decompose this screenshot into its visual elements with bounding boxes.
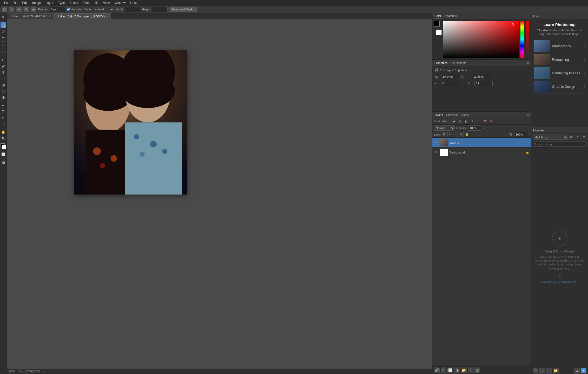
- background-swatch[interactable]: [436, 30, 442, 35]
- menu-window[interactable]: Window: [113, 1, 128, 5]
- lasso-tool[interactable]: ◌: [1, 28, 6, 34]
- move-tool[interactable]: ✥: [1, 14, 6, 20]
- menu-help[interactable]: Help: [128, 1, 139, 5]
- height-property-input[interactable]: [472, 74, 490, 79]
- menu-filter[interactable]: Filter: [81, 1, 92, 5]
- background-visibility[interactable]: 👁: [434, 150, 438, 155]
- library-select[interactable]: My Library: [533, 135, 568, 140]
- library-import-btn[interactable]: ↓: [539, 368, 545, 373]
- color-swatch[interactable]: [1, 143, 6, 149]
- tab-swatches[interactable]: Swatches: [444, 14, 457, 18]
- status-arrow[interactable]: ›: [43, 370, 44, 373]
- eyedropper-tool[interactable]: 🖋: [1, 49, 6, 55]
- filter-clear-btn[interactable]: ✕: [488, 119, 494, 124]
- dodge-tool[interactable]: ◑: [1, 94, 6, 100]
- layer-mask-btn[interactable]: ⬜: [447, 368, 453, 373]
- lock-artboard-btn[interactable]: ⊞: [459, 132, 464, 137]
- eraser-tool[interactable]: ◻: [1, 76, 6, 81]
- menu-3d[interactable]: 3D: [92, 1, 100, 5]
- library-menu-btn[interactable]: ≡: [581, 135, 586, 140]
- menu-ps[interactable]: Ps: [2, 1, 10, 5]
- blend-mode-select[interactable]: Normal: [434, 125, 455, 131]
- hue-strip[interactable]: [520, 21, 524, 58]
- layers-panel-menu-icon[interactable]: ≡: [527, 113, 529, 116]
- library-sync-btn[interactable]: ↻: [533, 368, 538, 373]
- menu-edit[interactable]: Edit: [20, 1, 30, 5]
- lock-all-btn[interactable]: 🔒: [465, 132, 469, 137]
- path-select-tool[interactable]: ↖: [1, 115, 6, 121]
- toolbar-tool-icon[interactable]: ⬚: [2, 6, 7, 12]
- background-color[interactable]: [2, 145, 6, 149]
- tab-2-close[interactable]: ✕: [106, 15, 108, 18]
- filter-adjust-btn[interactable]: ◐: [464, 119, 469, 124]
- toolbar-options-icon[interactable]: ⋯: [31, 6, 36, 12]
- tab-channels[interactable]: Channels: [446, 113, 458, 116]
- text-tool[interactable]: T: [1, 109, 6, 114]
- quick-select-tool[interactable]: ✦: [1, 35, 6, 40]
- properties-panel-menu-icon[interactable]: ≡: [527, 61, 529, 64]
- menu-layer[interactable]: Layer: [43, 1, 55, 5]
- tab-paths[interactable]: Paths: [461, 113, 469, 116]
- library-add-btn[interactable]: +: [581, 368, 586, 373]
- clone-tool[interactable]: ⊗: [1, 69, 6, 75]
- lock-pixel-btn[interactable]: 🖼: [442, 132, 446, 137]
- color-panel-menu-icon[interactable]: ≡: [527, 15, 529, 18]
- learn-item-retouching[interactable]: Retouching ›: [534, 53, 585, 66]
- lock-gradient-btn[interactable]: +: [447, 132, 452, 137]
- blur-tool[interactable]: ◌: [1, 88, 6, 94]
- filter-shape-btn[interactable]: ▭: [476, 119, 481, 124]
- y-property-input[interactable]: [474, 81, 493, 86]
- screen-mode-tool[interactable]: ▦: [1, 159, 6, 165]
- height-input[interactable]: [152, 7, 168, 12]
- layer-new-btn[interactable]: +: [468, 368, 473, 373]
- width-property-input[interactable]: [441, 74, 459, 79]
- link-icon[interactable]: ⛓: [461, 75, 464, 78]
- library-cloud-btn[interactable]: ☁: [574, 368, 580, 373]
- selection-tool[interactable]: ⬚: [1, 22, 6, 28]
- filter-smart-btn[interactable]: ⚙: [482, 119, 487, 124]
- x-property-input[interactable]: [441, 81, 459, 86]
- tab-color[interactable]: Color: [434, 14, 441, 18]
- library-search-input[interactable]: [533, 142, 586, 147]
- layer-fx-btn[interactable]: fx: [441, 368, 446, 373]
- foreground-swatch[interactable]: [434, 21, 440, 26]
- toolbar-subtract-icon[interactable]: −: [16, 6, 22, 12]
- library-grid-view-btn[interactable]: ⊞: [569, 135, 574, 140]
- layer-1-visibility[interactable]: 👁: [434, 141, 438, 145]
- shape-tool[interactable]: ▭: [1, 121, 6, 127]
- library-export-btn[interactable]: ↑: [546, 368, 552, 373]
- menu-image[interactable]: Image: [30, 1, 43, 5]
- color-spectrum[interactable]: [443, 21, 519, 58]
- brush-tool[interactable]: 🖌: [1, 63, 6, 69]
- kind-select[interactable]: Kind: [441, 119, 456, 124]
- quick-mask-tool[interactable]: ⬜: [1, 151, 6, 157]
- tab-layers[interactable]: Layers: [434, 113, 443, 116]
- select-mask-btn[interactable]: Select and Mask...: [169, 6, 197, 12]
- heal-tool[interactable]: ⊕: [1, 57, 6, 63]
- layer-row-1[interactable]: 👁 Layer 1: [432, 138, 531, 148]
- learn-item-graphic-design[interactable]: Graphic Design ›: [534, 80, 585, 94]
- gradient-tool[interactable]: ▦: [1, 82, 6, 88]
- antialias-checkbox[interactable]: [67, 8, 70, 11]
- toolbar-intersect-icon[interactable]: ✕: [23, 6, 29, 12]
- layer-link-btn[interactable]: 🔗: [434, 368, 440, 373]
- layer-delete-btn[interactable]: 🗑: [474, 368, 480, 373]
- layer-adjustment-btn[interactable]: ◑: [454, 368, 460, 373]
- fill-input[interactable]: [514, 132, 527, 137]
- info-icon[interactable]: ⓘ: [558, 273, 562, 278]
- opacity-input[interactable]: [468, 125, 481, 131]
- library-list-view-btn[interactable]: ≡: [575, 135, 580, 140]
- new-library-link[interactable]: New Library from Document...: [540, 280, 578, 284]
- learn-item-photography[interactable]: Photography ›: [534, 39, 585, 53]
- feather-input[interactable]: [50, 7, 65, 12]
- toolbar-add-icon[interactable]: +: [9, 6, 15, 12]
- tab-untitled-2[interactable]: Untitled-2 @ 100% (Layer 1, RGB/8#) ✕: [54, 13, 111, 19]
- style-select[interactable]: Normal Fixed Ratio Fixed Size: [93, 7, 114, 12]
- layer-row-background[interactable]: 👁 Background 🔒: [432, 148, 531, 157]
- library-folder-btn[interactable]: 📁: [553, 368, 559, 373]
- fill-arrow[interactable]: ›: [528, 133, 529, 136]
- opacity-arrow[interactable]: ›: [483, 126, 484, 130]
- filter-type-btn[interactable]: T: [470, 119, 475, 124]
- width-input[interactable]: [125, 7, 140, 12]
- tab-properties[interactable]: Properties: [434, 61, 447, 64]
